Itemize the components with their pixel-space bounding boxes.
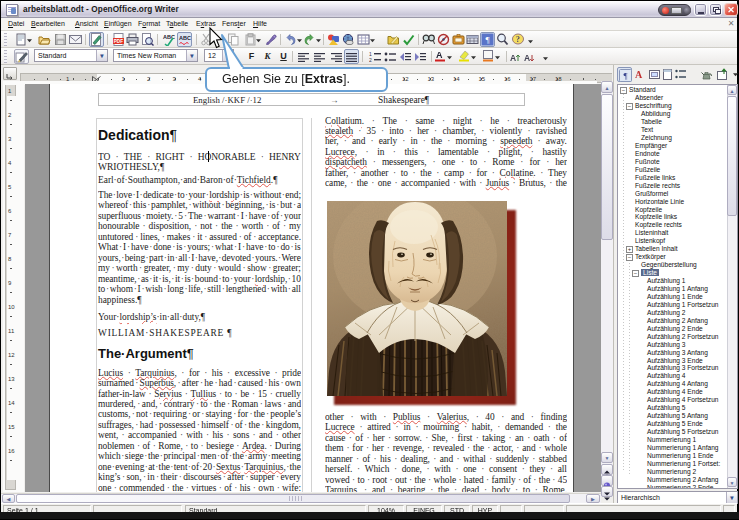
svg-text:¶: ¶ [623,71,627,81]
svg-text:A: A [524,53,530,63]
svg-text:A: A [510,53,516,63]
svg-text:ABC: ABC [179,35,191,41]
svg-text:PDF: PDF [114,39,123,44]
svg-text:A: A [436,50,443,60]
svg-text:?: ? [516,35,520,44]
svg-text:¶: ¶ [485,35,489,45]
svg-text:A: A [634,69,642,80]
